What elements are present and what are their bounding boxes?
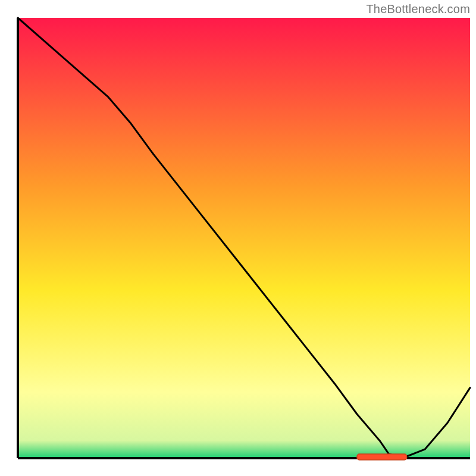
chart-svg xyxy=(0,0,476,476)
chart-gradient-bg xyxy=(18,18,470,458)
bottleneck-chart xyxy=(0,0,476,476)
optimum-marker xyxy=(357,454,407,460)
